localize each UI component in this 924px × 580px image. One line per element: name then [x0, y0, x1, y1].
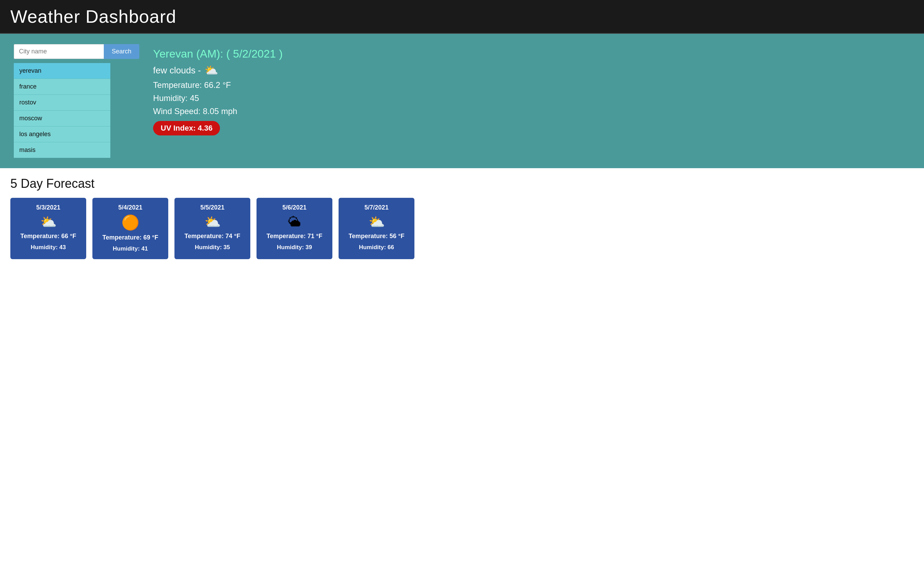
history-item[interactable]: rostov: [14, 95, 111, 110]
forecast-humidity-0: Humidity: 43: [31, 244, 66, 251]
forecast-icon-4: [369, 215, 385, 229]
forecast-date-1: 5/4/2021: [118, 204, 142, 211]
current-weather-info: Yerevan (AM): ( 5/2/2021 ) few clouds - …: [153, 44, 283, 135]
forecast-humidity-2: Humidity: 35: [195, 244, 230, 251]
forecast-date-0: 5/3/2021: [36, 204, 60, 211]
forecast-humidity-4: Humidity: 66: [359, 244, 394, 251]
forecast-temp-1: Temperature: 69 °F: [102, 234, 158, 241]
forecast-section: 5 Day Forecast 5/3/2021 Temperature: 66 …: [0, 168, 924, 273]
history-item[interactable]: yerevan: [14, 63, 111, 79]
app-header: Weather Dashboard: [0, 0, 924, 34]
forecast-icon-2: [205, 215, 221, 229]
forecast-humidity-3: Humidity: 39: [277, 244, 312, 251]
history-item[interactable]: france: [14, 79, 111, 95]
search-button[interactable]: Search: [104, 44, 139, 59]
forecast-icon-1: 🟠: [121, 215, 139, 230]
humidity-display: Humidity: 45: [153, 93, 283, 103]
current-weather-panel: Search yerevan france rostov moscow los …: [0, 34, 924, 168]
search-input[interactable]: [14, 44, 104, 59]
city-date: Yerevan (AM): ( 5/2/2021 ): [153, 48, 283, 60]
forecast-card-1: 5/4/2021 🟠 Temperature: 69 °F Humidity: …: [92, 198, 168, 259]
forecast-cards-container: 5/3/2021 Temperature: 66 °F Humidity: 43…: [10, 198, 914, 259]
forecast-date-3: 5/6/2021: [282, 204, 307, 211]
history-item[interactable]: los angeles: [14, 127, 111, 142]
history-item[interactable]: masis: [14, 142, 111, 158]
forecast-card-0: 5/3/2021 Temperature: 66 °F Humidity: 43: [10, 198, 86, 259]
forecast-date-2: 5/5/2021: [200, 204, 224, 211]
forecast-icon-0: [40, 215, 56, 229]
weather-description-text: few clouds -: [153, 65, 201, 76]
uv-index-badge: UV Index: 4.36: [153, 121, 220, 135]
forecast-card-3: 5/6/2021 Temperature: 71 °F Humidity: 39: [256, 198, 332, 259]
search-row: Search: [14, 44, 139, 59]
forecast-card-2: 5/5/2021 Temperature: 74 °F Humidity: 35: [175, 198, 250, 259]
forecast-temp-4: Temperature: 56 °F: [348, 232, 404, 240]
forecast-temp-0: Temperature: 66 °F: [20, 232, 76, 240]
forecast-humidity-1: Humidity: 41: [113, 246, 148, 252]
search-history-column: Search yerevan france rostov moscow los …: [14, 44, 139, 158]
wind-speed-display: Wind Speed: 8.05 mph: [153, 107, 283, 116]
app-title: Weather Dashboard: [10, 6, 914, 27]
forecast-date-4: 5/7/2021: [365, 204, 389, 211]
weather-description-row: few clouds - ⛅: [153, 64, 283, 77]
forecast-card-4: 5/7/2021 Temperature: 56 °F Humidity: 66: [338, 198, 414, 259]
history-item[interactable]: moscow: [14, 110, 111, 127]
weather-icon: ⛅: [205, 64, 218, 77]
forecast-title: 5 Day Forecast: [10, 176, 914, 191]
temperature-display: Temperature: 66.2 °F: [153, 80, 283, 90]
forecast-temp-3: Temperature: 71 °F: [267, 232, 322, 240]
search-history-list: yerevan france rostov moscow los angeles…: [14, 63, 111, 158]
forecast-icon-3: [288, 215, 301, 229]
forecast-temp-2: Temperature: 74 °F: [185, 232, 240, 240]
